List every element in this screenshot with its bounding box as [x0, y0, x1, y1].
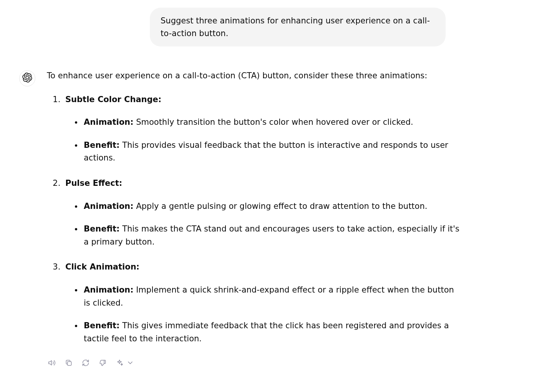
model-dropdown-button[interactable]	[128, 361, 133, 367]
animation-label: Animation:	[84, 285, 133, 294]
refresh-icon	[82, 358, 90, 371]
animation-text: Apply a gentle pulsing or glowing effect…	[133, 202, 427, 211]
user-message-row: Suggest three animations for enhancing u…	[19, 8, 534, 46]
list-item: Benefit: This makes the CTA stand out an…	[82, 223, 462, 248]
change-model-button[interactable]	[115, 360, 124, 368]
animation-text: Smoothly transition the button's color w…	[133, 117, 413, 127]
chat-container: Suggest three animations for enhancing u…	[0, 0, 557, 368]
animation-text: Implement a quick shrink-and-expand effe…	[84, 285, 454, 308]
copy-button[interactable]	[65, 360, 73, 368]
user-message-bubble: Suggest three animations for enhancing u…	[150, 8, 446, 46]
animation-label: Animation:	[84, 117, 133, 127]
read-aloud-button[interactable]	[48, 360, 56, 368]
chevron-down-icon	[126, 358, 134, 371]
message-actions	[48, 360, 462, 368]
benefit-label: Benefit:	[84, 321, 119, 330]
list-item: Benefit: This provides visual feedback t…	[82, 139, 462, 165]
benefit-text: This provides visual feedback that the b…	[84, 141, 448, 163]
item-title: Pulse Effect:	[65, 179, 122, 188]
assistant-message: To enhance user experience on a call-to-…	[47, 69, 462, 368]
svg-rect-0	[68, 361, 71, 365]
sub-list: Animation: Smoothly transition the butto…	[65, 116, 462, 165]
assistant-intro: To enhance user experience on a call-to-…	[47, 69, 462, 83]
list-item: Pulse Effect: Animation: Apply a gentle …	[63, 177, 462, 248]
list-item: Animation: Smoothly transition the butto…	[82, 116, 462, 129]
openai-logo-icon	[22, 73, 32, 84]
animation-label: Animation:	[84, 202, 133, 211]
animation-list: Subtle Color Change: Animation: Smoothly…	[47, 93, 462, 346]
user-message-text: Suggest three animations for enhancing u…	[161, 16, 430, 38]
sub-list: Animation: Apply a gentle pulsing or glo…	[65, 200, 462, 249]
copy-icon	[65, 358, 73, 371]
sparkle-icon	[116, 358, 123, 371]
thumbs-down-icon	[99, 358, 106, 371]
item-title: Click Animation:	[65, 262, 139, 271]
assistant-avatar	[19, 70, 35, 86]
list-item: Benefit: This gives immediate feedback t…	[82, 319, 462, 345]
item-title: Subtle Color Change:	[65, 95, 161, 104]
list-item: Animation: Implement a quick shrink-and-…	[82, 284, 462, 309]
list-item: Click Animation: Animation: Implement a …	[63, 261, 462, 345]
benefit-text: This makes the CTA stand out and encoura…	[84, 224, 459, 246]
speaker-icon	[48, 358, 56, 371]
list-item: Subtle Color Change: Animation: Smoothly…	[63, 93, 462, 165]
bad-response-button[interactable]	[98, 360, 107, 368]
list-item: Animation: Apply a gentle pulsing or glo…	[82, 200, 462, 213]
benefit-text: This gives immediate feedback that the c…	[84, 321, 449, 343]
regenerate-button[interactable]	[81, 360, 90, 368]
sub-list: Animation: Implement a quick shrink-and-…	[65, 284, 462, 345]
benefit-label: Benefit:	[84, 141, 119, 150]
assistant-row: To enhance user experience on a call-to-…	[19, 69, 534, 368]
benefit-label: Benefit:	[84, 224, 119, 233]
